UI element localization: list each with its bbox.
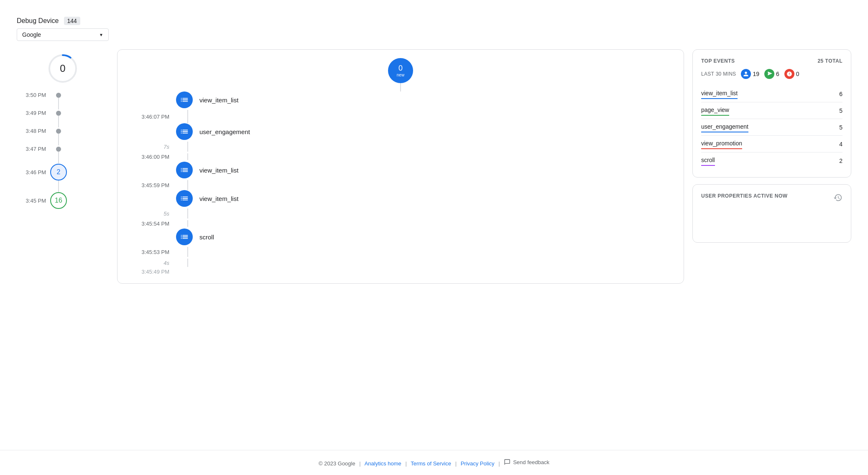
timeline-row-348: 3:48 PM xyxy=(17,128,109,134)
timeline: 3:50 PM 3:49 PM 3:48 PM xyxy=(17,92,109,221)
top-events-header: TOP EVENTS 25 TOTAL xyxy=(701,58,842,64)
event-stat-view-item-list[interactable]: view_item_list 6 xyxy=(701,86,842,102)
time-label-349: 3:49 PM xyxy=(17,110,46,116)
sep-4: | xyxy=(498,460,500,467)
sep-1: | xyxy=(359,460,360,467)
timeline-row-347: 3:47 PM xyxy=(17,146,109,152)
new-event-badge: 0 new xyxy=(388,58,413,83)
event-timeline: 0 new view_item_list 3:46:07 PM xyxy=(126,58,675,275)
event-stat-scroll[interactable]: scroll 2 xyxy=(701,152,842,169)
privacy-link[interactable]: Privacy Policy xyxy=(461,460,495,467)
sep-2: | xyxy=(405,460,406,467)
stat-value-blue: 19 xyxy=(753,71,759,77)
gap-row-2: 5s xyxy=(126,208,675,218)
event-stat-view-promotion[interactable]: view_promotion 4 xyxy=(701,136,842,152)
time-label-350: 3:50 PM xyxy=(17,92,46,98)
event-stat-name-1: view_item_list xyxy=(701,90,738,98)
timeline-dot-347 xyxy=(46,147,71,152)
debug-device-label: Debug Device xyxy=(17,17,59,25)
event-name-4[interactable]: view_item_list xyxy=(193,195,675,202)
event-stat-user-engagement[interactable]: user_engagement 5 xyxy=(701,119,842,136)
stat-value-orange: 0 xyxy=(796,71,799,77)
event-icon-3 xyxy=(176,162,193,178)
time-label-346: 3:46 PM xyxy=(17,169,46,175)
chevron-down-icon: ▼ xyxy=(99,33,103,37)
top-events-total: 25 TOTAL xyxy=(817,58,842,64)
timeline-dot-348 xyxy=(46,129,71,134)
user-props-title: USER PROPERTIES ACTIVE NOW xyxy=(701,193,788,199)
gap-row-3: 4s xyxy=(126,259,675,267)
circle-346[interactable]: 2 xyxy=(50,164,67,180)
user-props-header: USER PROPERTIES ACTIVE NOW xyxy=(701,193,842,204)
event-icon-5 xyxy=(176,229,193,245)
circle-345[interactable]: 16 xyxy=(50,192,67,209)
event-stat-name-3: user_engagement xyxy=(701,123,748,131)
terms-link[interactable]: Terms of Service xyxy=(411,460,451,467)
top-events-card: TOP EVENTS 25 TOTAL LAST 30 MINS 19 xyxy=(692,49,851,178)
event-time-label-3: 3:46:00 PM xyxy=(126,154,176,160)
event-time-label-5: 3:45:54 PM xyxy=(126,221,176,227)
google-dropdown[interactable]: Google ▼ xyxy=(17,28,109,41)
event-row-3: view_item_list xyxy=(126,162,675,178)
gap-row-1: 7s xyxy=(126,142,675,152)
event-row-5: scroll xyxy=(126,229,675,245)
event-stat-count-4: 4 xyxy=(839,141,842,147)
left-timeline-panel: 0 3:50 PM 3:49 PM xyxy=(17,49,109,221)
stat-value-green: 6 xyxy=(776,71,779,77)
event-name-5[interactable]: scroll xyxy=(193,234,675,241)
event-time-row-4: 3:45:59 PM xyxy=(126,180,675,190)
event-detail-panel: 0 new view_item_list 3:46:07 PM xyxy=(117,49,684,284)
time-label-345: 3:45 PM xyxy=(17,198,46,204)
event-stat-name-4: view_promotion xyxy=(701,140,742,148)
timeline-dot-345: 16 xyxy=(46,192,71,209)
event-stat-count-5: 2 xyxy=(839,157,842,164)
event-name-2[interactable]: user_engagement xyxy=(193,128,675,135)
stat-circle-orange xyxy=(784,69,794,79)
event-name-3[interactable]: view_item_list xyxy=(193,167,675,174)
timeline-row-345: 3:45 PM 16 xyxy=(17,192,109,209)
header: Debug Device 144 Google ▼ xyxy=(17,17,851,41)
event-stats-list: view_item_list 6 page_view 5 user_engage… xyxy=(701,86,842,169)
event-stat-count-3: 5 xyxy=(839,124,842,131)
timeline-dot-349 xyxy=(46,111,71,116)
event-icon-4 xyxy=(176,190,193,207)
timeline-row-346: 3:46 PM 2 xyxy=(17,164,109,180)
event-stat-page-view[interactable]: page_view 5 xyxy=(701,102,842,119)
event-name-1[interactable]: view_item_list xyxy=(193,97,675,104)
timeline-row-350: 3:50 PM xyxy=(17,92,109,98)
event-icon-2 xyxy=(176,123,193,140)
new-label: new xyxy=(397,73,404,77)
counter-value: 0 xyxy=(60,63,65,74)
last-30-mins-label: LAST 30 MINS xyxy=(701,71,736,77)
feedback-button[interactable]: Send feedback xyxy=(504,459,549,465)
event-time-label-7: 3:45:49 PM xyxy=(126,269,176,275)
timeline-dot-346: 2 xyxy=(46,164,71,180)
event-time-row-5: 3:45:54 PM xyxy=(126,220,675,227)
copyright: © 2023 Google xyxy=(319,460,355,467)
event-row-2: user_engagement xyxy=(126,123,675,140)
analytics-home-link[interactable]: Analytics home xyxy=(365,460,401,467)
sep-3: | xyxy=(455,460,457,467)
event-time-label-4: 3:45:59 PM xyxy=(126,182,176,188)
timeline-dot-350 xyxy=(46,93,71,98)
event-stat-count-2: 5 xyxy=(839,107,842,114)
event-time-row-7: 3:45:49 PM xyxy=(126,269,675,275)
event-row-1: view_item_list xyxy=(126,91,675,108)
history-icon[interactable] xyxy=(833,193,842,204)
gap-label-2: 5s xyxy=(126,211,176,217)
feedback-label: Send feedback xyxy=(513,459,549,465)
event-row-4: view_item_list xyxy=(126,190,675,207)
time-label-347: 3:47 PM xyxy=(17,146,46,152)
top-events-title: TOP EVENTS xyxy=(701,58,735,64)
new-count: 0 xyxy=(398,64,403,73)
event-time-label-2: 3:46:07 PM xyxy=(126,114,176,120)
event-time-label-6: 3:45:53 PM xyxy=(126,249,176,255)
footer: © 2023 Google | Analytics home | Terms o… xyxy=(0,450,868,475)
user-properties-card: USER PROPERTIES ACTIVE NOW xyxy=(692,184,851,243)
panels: 0 3:50 PM 3:49 PM xyxy=(17,49,851,284)
gap-label-1: 7s xyxy=(126,144,176,150)
dropdown-value: Google xyxy=(22,31,41,38)
event-stat-name-2: page_view xyxy=(701,107,729,114)
debug-count-badge: 144 xyxy=(64,17,80,25)
top-counter-circle: 0 xyxy=(48,53,78,84)
